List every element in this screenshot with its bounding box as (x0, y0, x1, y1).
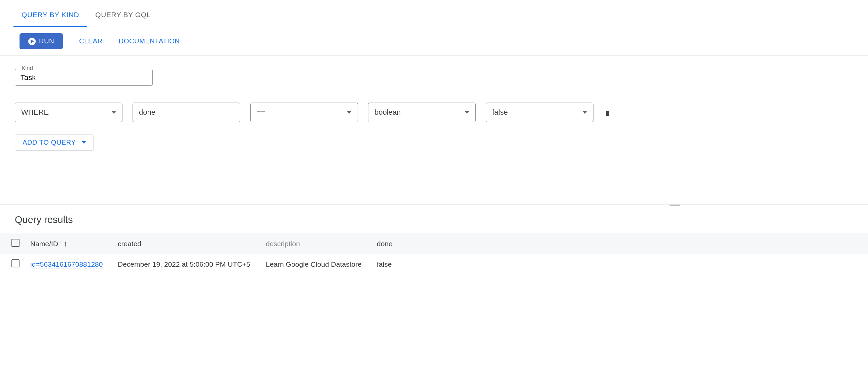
operator-select[interactable]: == (250, 102, 358, 122)
run-button-label: RUN (39, 37, 54, 45)
chevron-down-icon (582, 111, 587, 114)
column-header-description[interactable]: description (266, 233, 377, 254)
cell-done: false (377, 254, 868, 275)
type-value: boolean (374, 108, 401, 117)
sort-ascending-icon: ↑ (64, 240, 67, 248)
type-select[interactable]: boolean (368, 102, 476, 122)
kind-field: Kind (15, 69, 153, 86)
select-all-checkbox[interactable] (11, 239, 20, 247)
clear-button[interactable]: CLEAR (79, 37, 103, 45)
run-button[interactable]: RUN (20, 33, 63, 49)
add-to-query-button[interactable]: ADD TO QUERY (15, 134, 94, 151)
results-header-row: Name/ID ↑ created description done (0, 233, 868, 254)
tab-query-by-gql[interactable]: QUERY BY GQL (87, 11, 159, 27)
chevron-down-icon (82, 141, 86, 144)
results-table: Name/ID ↑ created description done id=56… (0, 233, 868, 275)
filter-row: WHERE done == boolean false (15, 102, 853, 122)
kind-input[interactable] (15, 69, 153, 86)
property-input[interactable]: done (132, 102, 240, 122)
chevron-down-icon (347, 111, 351, 114)
cell-description: Learn Google Cloud Datastore (266, 254, 377, 275)
results-title: Query results (0, 205, 868, 233)
column-header-name[interactable]: Name/ID ↑ (30, 233, 118, 254)
row-checkbox[interactable] (11, 259, 20, 268)
column-header-created[interactable]: created (118, 233, 266, 254)
clause-select[interactable]: WHERE (15, 102, 122, 122)
chevron-down-icon (465, 111, 469, 114)
query-builder: Kind WHERE done == boolean false ADD TO … (0, 56, 868, 151)
results-panel: Query results Name/ID ↑ created descript… (0, 205, 868, 275)
operator-value: == (257, 108, 266, 117)
clause-value: WHERE (21, 108, 49, 117)
column-header-done[interactable]: done (377, 233, 868, 254)
value-select[interactable]: false (486, 102, 593, 122)
tab-query-by-kind[interactable]: QUERY BY KIND (13, 11, 87, 27)
trash-icon[interactable] (603, 108, 612, 116)
drag-handle[interactable] (670, 205, 680, 206)
documentation-link[interactable]: DOCUMENTATION (119, 37, 180, 45)
kind-label: Kind (20, 65, 35, 72)
play-icon (28, 38, 36, 45)
cell-created: December 19, 2022 at 5:06:00 PM UTC+5 (118, 254, 266, 275)
property-value: done (139, 108, 155, 117)
query-mode-tabs: QUERY BY KIND QUERY BY GQL (0, 11, 868, 27)
table-row: id=5634161670881280 December 19, 2022 at… (0, 254, 868, 275)
entity-id-link[interactable]: id=5634161670881280 (30, 260, 103, 269)
add-to-query-label: ADD TO QUERY (23, 138, 76, 146)
action-toolbar: RUN CLEAR DOCUMENTATION (0, 27, 868, 56)
chevron-down-icon (111, 111, 116, 114)
value-value: false (492, 108, 508, 117)
